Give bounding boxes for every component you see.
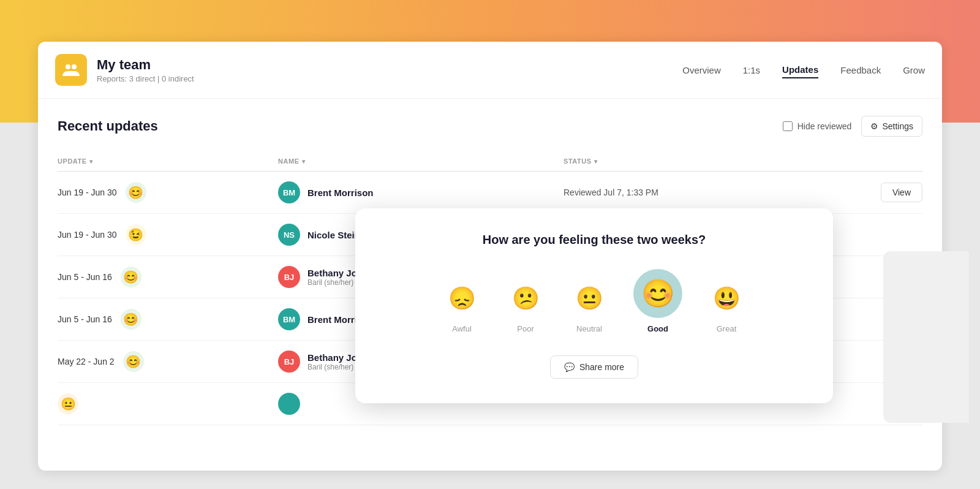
content-controls: Hide reviewed ⚙ Settings (783, 116, 922, 137)
col-status[interactable]: STATUS ▾ (564, 157, 849, 165)
mood-circle-good: 😊 (633, 269, 682, 318)
avatar-5 (278, 393, 300, 415)
nav-updates[interactable]: Updates (782, 62, 818, 78)
share-more-button[interactable]: 💬 Share more (550, 355, 638, 379)
mood-option-good[interactable]: 😊 Good (633, 269, 682, 333)
mood-popup: How are you feeling these two weeks? 😞 A… (355, 208, 833, 403)
mood-label-awful: Awful (452, 324, 472, 333)
mood-option-neutral[interactable]: 😐 Neutral (570, 279, 609, 333)
comment-icon: 💬 (564, 362, 575, 372)
name-info-1: Nicole Stein (307, 230, 360, 240)
mood-icon-4 (123, 351, 144, 372)
mood-label-great: Great (717, 324, 737, 333)
update-date-4: May 22 - Jun 2 (58, 357, 115, 366)
mood-icon-2 (121, 267, 141, 287)
sort-update-icon: ▾ (89, 158, 93, 165)
mood-option-awful[interactable]: 😞 Awful (442, 279, 481, 333)
sort-name-icon: ▾ (302, 158, 306, 165)
update-cell-5 (58, 393, 278, 414)
update-date-2: Jun 5 - Jun 16 (58, 272, 112, 282)
mood-icon-1 (126, 224, 146, 245)
update-cell-4: May 22 - Jun 2 (58, 351, 278, 372)
view-button-0[interactable]: View (881, 183, 922, 202)
svg-point-0 (66, 64, 70, 69)
update-cell-2: Jun 5 - Jun 16 (58, 267, 278, 287)
status-cell-0: Reviewed Jul 7, 1:33 PM (564, 188, 849, 197)
col-update[interactable]: UPDATE ▾ (58, 157, 278, 165)
mood-popup-title: How are you feeling these two weeks? (386, 233, 802, 247)
mood-option-poor[interactable]: 😕 Poor (506, 279, 545, 333)
team-reports: Reports: 3 direct | 0 indirect (97, 74, 194, 83)
team-icon (55, 54, 87, 86)
hide-reviewed-label[interactable]: Hide reviewed (783, 121, 852, 131)
nav-ones[interactable]: 1:1s (743, 63, 760, 78)
table-row: Jun 19 - Jun 30 BM Brent Morrison Review… (58, 172, 922, 214)
name-cell-0: BM Brent Morrison (278, 181, 564, 203)
table-header: UPDATE ▾ NAME ▾ STATUS ▾ (58, 151, 922, 172)
settings-button[interactable]: ⚙ Settings (861, 116, 922, 137)
mood-icon-0 (126, 182, 146, 203)
content-header: Recent updates Hide reviewed ⚙ Settings (58, 116, 922, 137)
mood-label-poor: Poor (517, 324, 533, 333)
avatar-4: BJ (278, 351, 300, 373)
mood-label-neutral: Neutral (576, 324, 602, 333)
avatar-0: BM (278, 181, 300, 203)
header-left: My team Reports: 3 direct | 0 indirect (55, 54, 194, 86)
header: My team Reports: 3 direct | 0 indirect O… (38, 42, 942, 99)
mood-circle-neutral: 😐 (570, 279, 609, 318)
mood-circle-poor: 😕 (506, 279, 545, 318)
nav-feedback[interactable]: Feedback (840, 63, 881, 78)
mood-options: 😞 Awful 😕 Poor 😐 Neutral 😊 Good 😃 Great (386, 269, 802, 333)
mood-option-great[interactable]: 😃 Great (707, 279, 746, 333)
team-svg-icon (61, 60, 81, 80)
avatar-2: BJ (278, 266, 300, 288)
name-info-4: Bethany Joh Baril (she/her) (307, 352, 363, 371)
update-cell-1: Jun 19 - Jun 30 (58, 224, 278, 245)
name-info-0: Brent Morrison (307, 188, 374, 198)
col-action (849, 157, 922, 165)
right-panel-partial (883, 251, 969, 423)
name-info-2: Bethany Joh Baril (she/her) (307, 268, 363, 287)
mood-icon-5 (58, 393, 78, 414)
update-cell-0: Jun 19 - Jun 30 (58, 182, 278, 203)
nav-overview[interactable]: Overview (682, 63, 721, 78)
team-name: My team (97, 57, 194, 73)
update-date-1: Jun 19 - Jun 30 (58, 230, 117, 240)
mood-circle-awful: 😞 (442, 279, 481, 318)
update-cell-3: Jun 5 - Jun 16 (58, 309, 278, 330)
svg-point-1 (72, 64, 77, 69)
page-title: Recent updates (58, 118, 158, 134)
action-cell-0: View (849, 183, 922, 202)
sort-status-icon: ▾ (594, 158, 598, 165)
header-nav: Overview 1:1s Updates Feedback Grow (682, 62, 925, 78)
update-date-3: Jun 5 - Jun 16 (58, 314, 112, 324)
avatar-1: NS (278, 224, 300, 246)
nav-grow[interactable]: Grow (903, 63, 925, 78)
mood-label-good: Good (647, 324, 668, 333)
mood-circle-great: 😃 (707, 279, 746, 318)
team-info: My team Reports: 3 direct | 0 indirect (97, 57, 194, 83)
hide-reviewed-checkbox[interactable] (783, 121, 793, 131)
update-date-0: Jun 19 - Jun 30 (58, 188, 117, 197)
mood-icon-3 (121, 309, 141, 330)
name-info-3: Brent Morri (307, 314, 357, 325)
col-name[interactable]: NAME ▾ (278, 157, 564, 165)
gear-icon: ⚙ (870, 121, 878, 131)
avatar-3: BM (278, 308, 300, 330)
